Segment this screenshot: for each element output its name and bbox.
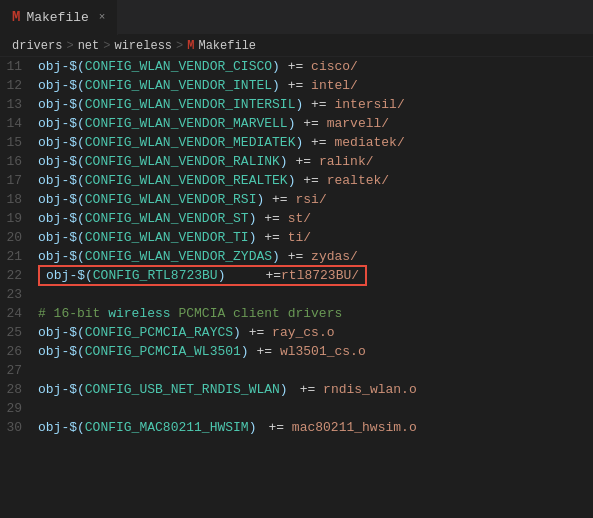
line-24: 24 # 16-bit wireless PCMCIA client drive… [0, 304, 593, 323]
line-16: 16 obj-$(CONFIG_WLAN_VENDOR_RALINK) += r… [0, 152, 593, 171]
line-number-18: 18 [0, 192, 38, 207]
tab-bar: M Makefile × [0, 0, 593, 35]
line-content-12: obj-$(CONFIG_WLAN_VENDOR_INTEL) += intel… [38, 78, 358, 93]
makefile-tab-label: Makefile [26, 10, 88, 25]
breadcrumb-net[interactable]: net [78, 39, 100, 53]
line-content-22: obj-$(CONFIG_RTL8723BU)+= rtl8723BU/ [38, 265, 367, 286]
line-number-20: 20 [0, 230, 38, 245]
line-content-23 [38, 287, 46, 302]
line-content-20: obj-$(CONFIG_WLAN_VENDOR_TI) += ti/ [38, 230, 311, 245]
breadcrumb: drivers > net > wireless > M Makefile [0, 35, 593, 57]
line-content-19: obj-$(CONFIG_WLAN_VENDOR_ST) += st/ [38, 211, 311, 226]
line-content-11: obj-$(CONFIG_WLAN_VENDOR_CISCO) += cisco… [38, 59, 358, 74]
line-content-24: # 16-bit wireless PCMCIA client drivers [38, 306, 342, 321]
line-18: 18 obj-$(CONFIG_WLAN_VENDOR_RSI) += rsi/ [0, 190, 593, 209]
line-14: 14 obj-$(CONFIG_WLAN_VENDOR_MARVELL) += … [0, 114, 593, 133]
line-number-28: 28 [0, 382, 38, 397]
editor: 11 obj-$(CONFIG_WLAN_VENDOR_CISCO) += ci… [0, 57, 593, 518]
line-25: 25 obj-$(CONFIG_PCMCIA_RAYCS) += ray_cs.… [0, 323, 593, 342]
line-content-30: obj-$(CONFIG_MAC80211_HWSIM)+= mac80211_… [38, 420, 417, 435]
line-number-27: 27 [0, 363, 38, 378]
line-content-27 [38, 363, 46, 378]
line-number-15: 15 [0, 135, 38, 150]
tab-close-button[interactable]: × [99, 11, 106, 23]
line-number-13: 13 [0, 97, 38, 112]
line-content-15: obj-$(CONFIG_WLAN_VENDOR_MEDIATEK) += me… [38, 135, 405, 150]
line-29: 29 [0, 399, 593, 418]
line-27: 27 [0, 361, 593, 380]
breadcrumb-sep-2: > [103, 39, 110, 53]
line-content-25: obj-$(CONFIG_PCMCIA_RAYCS) += ray_cs.o [38, 325, 335, 340]
line-23: 23 [0, 285, 593, 304]
line-number-25: 25 [0, 325, 38, 340]
line-number-17: 17 [0, 173, 38, 188]
line-content-29 [38, 401, 46, 416]
breadcrumb-sep-3: > [176, 39, 183, 53]
line-28: 28 obj-$(CONFIG_USB_NET_RNDIS_WLAN)+= rn… [0, 380, 593, 399]
line-number-19: 19 [0, 211, 38, 226]
line-number-14: 14 [0, 116, 38, 131]
line-number-24: 24 [0, 306, 38, 321]
line-26: 26 obj-$(CONFIG_PCMCIA_WL3501) += wl3501… [0, 342, 593, 361]
line-content-17: obj-$(CONFIG_WLAN_VENDOR_REALTEK) += rea… [38, 173, 389, 188]
breadcrumb-wireless[interactable]: wireless [114, 39, 172, 53]
makefile-tab-icon: M [12, 9, 20, 25]
line-number-30: 30 [0, 420, 38, 435]
breadcrumb-sep-1: > [66, 39, 73, 53]
line-21: 21 obj-$(CONFIG_WLAN_VENDOR_ZYDAS) += zy… [0, 247, 593, 266]
line-content-18: obj-$(CONFIG_WLAN_VENDOR_RSI) += rsi/ [38, 192, 327, 207]
breadcrumb-makefile[interactable]: Makefile [198, 39, 256, 53]
line-number-21: 21 [0, 249, 38, 264]
breadcrumb-makefile-icon: M [187, 39, 194, 53]
line-number-12: 12 [0, 78, 38, 93]
line-content-28: obj-$(CONFIG_USB_NET_RNDIS_WLAN)+= rndis… [38, 382, 417, 397]
line-content-26: obj-$(CONFIG_PCMCIA_WL3501) += wl3501_cs… [38, 344, 366, 359]
line-content-13: obj-$(CONFIG_WLAN_VENDOR_INTERSIL) += in… [38, 97, 405, 112]
line-20: 20 obj-$(CONFIG_WLAN_VENDOR_TI) += ti/ [0, 228, 593, 247]
breadcrumb-drivers[interactable]: drivers [12, 39, 62, 53]
line-number-11: 11 [0, 59, 38, 74]
line-number-22: 22 [0, 268, 38, 283]
makefile-tab[interactable]: M Makefile × [0, 0, 118, 35]
line-number-23: 23 [0, 287, 38, 302]
line-12: 12 obj-$(CONFIG_WLAN_VENDOR_INTEL) += in… [0, 76, 593, 95]
line-number-16: 16 [0, 154, 38, 169]
line-11: 11 obj-$(CONFIG_WLAN_VENDOR_CISCO) += ci… [0, 57, 593, 76]
line-19: 19 obj-$(CONFIG_WLAN_VENDOR_ST) += st/ [0, 209, 593, 228]
line-content-16: obj-$(CONFIG_WLAN_VENDOR_RALINK) += rali… [38, 154, 374, 169]
line-30: 30 obj-$(CONFIG_MAC80211_HWSIM)+= mac802… [0, 418, 593, 437]
line-number-29: 29 [0, 401, 38, 416]
line-number-26: 26 [0, 344, 38, 359]
line-15: 15 obj-$(CONFIG_WLAN_VENDOR_MEDIATEK) +=… [0, 133, 593, 152]
line-13: 13 obj-$(CONFIG_WLAN_VENDOR_INTERSIL) +=… [0, 95, 593, 114]
line-content-21: obj-$(CONFIG_WLAN_VENDOR_ZYDAS) += zydas… [38, 249, 358, 264]
line-content-14: obj-$(CONFIG_WLAN_VENDOR_MARVELL) += mar… [38, 116, 389, 131]
line-17: 17 obj-$(CONFIG_WLAN_VENDOR_REALTEK) += … [0, 171, 593, 190]
line-22: 22 obj-$(CONFIG_RTL8723BU)+= rtl8723BU/ [0, 266, 593, 285]
